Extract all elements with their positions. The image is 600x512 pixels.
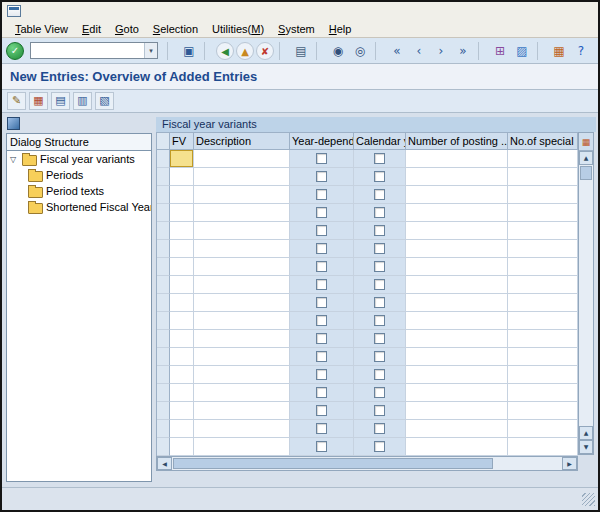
table-cell[interactable] — [508, 276, 578, 294]
table-cell[interactable] — [170, 348, 194, 366]
menu-utilities-m[interactable]: Utilities(M) — [205, 22, 271, 36]
tree-item-periods[interactable]: Periods — [7, 167, 151, 183]
table-cell[interactable] — [290, 240, 354, 258]
row-selector[interactable] — [157, 150, 170, 168]
table-cell[interactable] — [508, 222, 578, 240]
table-cell[interactable] — [170, 276, 194, 294]
row-selector[interactable] — [157, 384, 170, 402]
row-selector[interactable] — [157, 168, 170, 186]
cell-checkbox[interactable] — [316, 153, 327, 164]
vertical-scroll-track[interactable] — [579, 181, 593, 426]
cell-checkbox[interactable] — [316, 189, 327, 200]
table-cell[interactable] — [508, 294, 578, 312]
tree-item-period-texts[interactable]: Period texts — [7, 183, 151, 199]
table-cell[interactable] — [170, 168, 194, 186]
cancel-icon[interactable]: ✘ — [256, 42, 274, 60]
table-cell[interactable] — [290, 366, 354, 384]
table-cell[interactable] — [170, 420, 194, 438]
table-cell[interactable] — [508, 258, 578, 276]
table-cell[interactable] — [406, 168, 508, 186]
table-cell[interactable] — [406, 258, 508, 276]
row-selector[interactable] — [157, 240, 170, 258]
back-icon[interactable]: ◀ — [216, 42, 234, 60]
table-cell[interactable] — [354, 240, 406, 258]
table-cell[interactable] — [406, 438, 508, 456]
table-cell[interactable] — [194, 222, 290, 240]
table-cell[interactable] — [170, 366, 194, 384]
cell-checkbox[interactable] — [374, 405, 385, 416]
print-icon[interactable]: ▤ — [291, 41, 311, 61]
table-cell[interactable] — [290, 258, 354, 276]
cell-checkbox[interactable] — [374, 279, 385, 290]
table-cell[interactable] — [194, 384, 290, 402]
row-selector[interactable] — [157, 258, 170, 276]
row-selector[interactable] — [157, 402, 170, 420]
cell-checkbox[interactable] — [374, 297, 385, 308]
previous-page-icon[interactable]: ‹ — [409, 41, 429, 61]
menu-goto[interactable]: Goto — [108, 22, 146, 36]
cell-checkbox[interactable] — [374, 189, 385, 200]
cell-checkbox[interactable] — [316, 279, 327, 290]
select-all-corner[interactable] — [157, 133, 170, 150]
table-cell[interactable] — [290, 222, 354, 240]
table-cell[interactable] — [406, 312, 508, 330]
row-selector[interactable] — [157, 222, 170, 240]
table-cell[interactable] — [194, 150, 290, 168]
table-cell[interactable] — [508, 348, 578, 366]
table-cell[interactable] — [170, 258, 194, 276]
menu-edit[interactable]: Edit — [75, 22, 108, 36]
row-selector[interactable] — [157, 294, 170, 312]
table-cell[interactable] — [508, 240, 578, 258]
cell-checkbox[interactable] — [316, 261, 327, 272]
menu-system[interactable]: System — [271, 22, 322, 36]
help-icon[interactable]: ? — [571, 41, 591, 61]
table-cell[interactable] — [508, 330, 578, 348]
cell-checkbox[interactable] — [374, 225, 385, 236]
cell-checkbox[interactable] — [316, 423, 327, 434]
table-cell[interactable] — [194, 294, 290, 312]
cell-checkbox[interactable] — [374, 333, 385, 344]
cell-checkbox[interactable] — [374, 369, 385, 380]
table-cell[interactable] — [194, 240, 290, 258]
row-selector[interactable] — [157, 204, 170, 222]
table-cell[interactable] — [354, 150, 406, 168]
cell-checkbox[interactable] — [316, 207, 327, 218]
cell-checkbox[interactable] — [316, 171, 327, 182]
copy-as-icon[interactable]: ▦ — [29, 92, 48, 110]
table-cell[interactable] — [290, 438, 354, 456]
table-cell[interactable] — [354, 384, 406, 402]
last-page-icon[interactable]: » — [453, 41, 473, 61]
table-cell[interactable] — [290, 384, 354, 402]
table-cell[interactable] — [290, 150, 354, 168]
table-cell[interactable] — [170, 240, 194, 258]
table-cell[interactable] — [508, 366, 578, 384]
table-cell[interactable] — [290, 204, 354, 222]
table-cell[interactable] — [290, 420, 354, 438]
table-cell[interactable] — [354, 186, 406, 204]
column-header-number-of-posting[interactable]: Number of posting ... — [406, 133, 508, 150]
table-cell[interactable] — [194, 186, 290, 204]
table-cell[interactable] — [194, 438, 290, 456]
table-cell[interactable] — [354, 312, 406, 330]
table-cell[interactable] — [406, 402, 508, 420]
shortcut-icon[interactable]: ▨ — [512, 41, 532, 61]
cell-checkbox[interactable] — [316, 315, 327, 326]
cell-checkbox[interactable] — [316, 387, 327, 398]
menu-table-view[interactable]: Table View — [8, 22, 75, 36]
vertical-scrollbar[interactable]: ▦ ▲ ▲ ▼ — [578, 132, 594, 455]
table-cell[interactable] — [194, 276, 290, 294]
save-icon[interactable]: ▣ — [179, 41, 199, 61]
table-cell[interactable] — [194, 330, 290, 348]
table-cell[interactable] — [170, 204, 194, 222]
table-config-icon[interactable]: ▦ — [579, 133, 593, 151]
find-next-icon[interactable]: ◎ — [350, 41, 370, 61]
table-cell[interactable] — [170, 312, 194, 330]
table-cell[interactable] — [508, 150, 578, 168]
exit-icon[interactable]: ▲ — [236, 42, 254, 60]
next-page-icon[interactable]: › — [431, 41, 451, 61]
table-cell[interactable] — [194, 258, 290, 276]
delete-entry-icon[interactable]: ▤ — [51, 92, 70, 110]
table-cell[interactable] — [406, 330, 508, 348]
table-cell[interactable] — [170, 438, 194, 456]
table-cell[interactable] — [170, 222, 194, 240]
